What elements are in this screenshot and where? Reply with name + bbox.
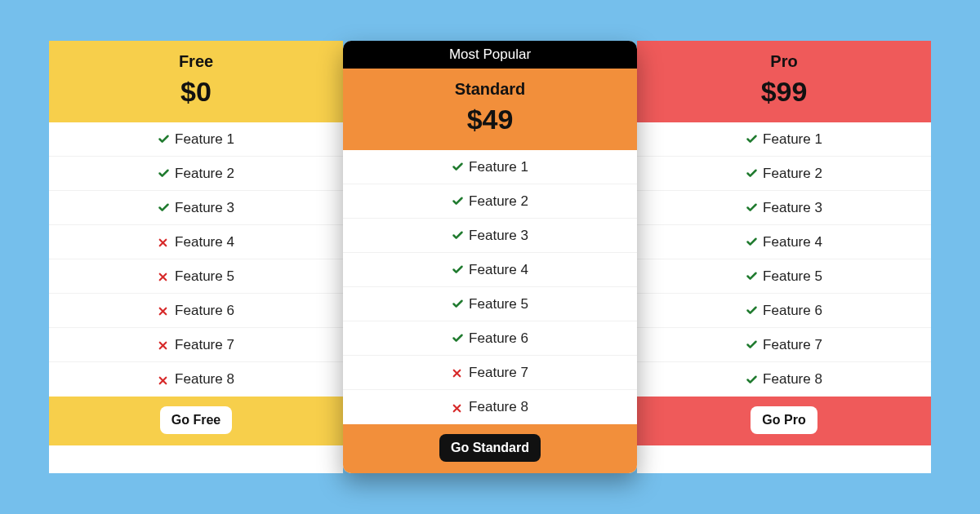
feature-label: Feature 1	[469, 159, 528, 175]
cross-icon	[158, 270, 170, 282]
feature-label: Feature 1	[763, 131, 822, 148]
check-icon	[452, 332, 464, 344]
feature-row: Feature 5	[49, 259, 343, 294]
pricing-plan-pro: Pro $99 Feature 1 Feature 2 Feature 3 Fe…	[637, 41, 931, 473]
feature-row: Feature 1	[49, 122, 343, 157]
plan-price: $0	[49, 76, 343, 108]
pricing-plan-standard: Most Popular Standard $49 Feature 1 Feat…	[343, 41, 637, 473]
feature-row: Feature 6	[343, 321, 637, 356]
feature-row: Feature 7	[49, 328, 343, 362]
check-icon	[452, 161, 464, 173]
most-popular-ribbon: Most Popular	[343, 41, 637, 69]
feature-list: Feature 1 Feature 2 Feature 3 Feature 4 …	[637, 122, 931, 397]
check-icon	[452, 229, 464, 241]
feature-label: Feature 4	[175, 234, 234, 250]
feature-row: Feature 2	[637, 157, 931, 191]
feature-row: Feature 1	[343, 150, 637, 184]
pricing-table: Free $0 Feature 1 Feature 2 Feature 3 Fe…	[49, 41, 931, 473]
feature-row: Feature 8	[637, 362, 931, 397]
feature-label: Feature 3	[175, 200, 234, 216]
feature-row: Feature 7	[637, 328, 931, 362]
check-icon	[746, 133, 758, 145]
feature-row: Feature 6	[637, 294, 931, 328]
feature-row: Feature 4	[637, 225, 931, 259]
feature-row: Feature 3	[637, 191, 931, 225]
check-icon	[746, 202, 758, 214]
pricing-plan-free: Free $0 Feature 1 Feature 2 Feature 3 Fe…	[49, 41, 343, 473]
cross-icon	[158, 339, 170, 351]
feature-label: Feature 6	[763, 303, 822, 319]
check-icon	[452, 298, 464, 310]
cross-icon	[452, 366, 464, 379]
feature-label: Feature 4	[469, 262, 528, 278]
feature-label: Feature 6	[469, 330, 528, 347]
feature-label: Feature 3	[469, 228, 528, 244]
feature-label: Feature 7	[469, 365, 528, 381]
plan-footer: Go Free	[49, 397, 343, 445]
feature-row: Feature 2	[343, 184, 637, 219]
feature-list: Feature 1 Feature 2 Feature 3 Feature 4 …	[343, 150, 637, 424]
feature-list: Feature 1 Feature 2 Feature 3 Feature 4 …	[49, 122, 343, 397]
feature-row: Feature 1	[637, 122, 931, 157]
feature-row: Feature 5	[343, 287, 637, 321]
check-icon	[746, 270, 758, 282]
plan-name: Pro	[637, 52, 931, 71]
check-icon	[746, 339, 758, 351]
feature-row: Feature 6	[49, 294, 343, 328]
feature-label: Feature 8	[175, 371, 234, 388]
feature-label: Feature 4	[763, 234, 822, 250]
check-icon	[746, 374, 758, 386]
feature-row: Feature 4	[343, 253, 637, 287]
feature-row: Feature 8	[343, 390, 637, 424]
feature-label: Feature 2	[763, 166, 822, 182]
check-icon	[158, 133, 170, 145]
feature-label: Feature 1	[175, 131, 234, 148]
feature-label: Feature 5	[763, 268, 822, 285]
feature-label: Feature 5	[469, 296, 528, 312]
feature-label: Feature 7	[175, 337, 234, 353]
check-icon	[452, 195, 464, 207]
feature-row: Feature 3	[49, 191, 343, 225]
feature-label: Feature 8	[763, 371, 822, 388]
cross-icon	[158, 236, 170, 248]
cross-icon	[452, 401, 464, 414]
go-standard-button[interactable]: Go Standard	[439, 434, 541, 462]
go-free-button[interactable]: Go Free	[160, 406, 232, 434]
cross-icon	[158, 374, 170, 386]
feature-row: Feature 4	[49, 225, 343, 259]
check-icon	[158, 167, 170, 179]
feature-row: Feature 7	[343, 356, 637, 390]
check-icon	[452, 264, 464, 276]
plan-header: Pro $99	[637, 41, 931, 122]
feature-row: Feature 2	[49, 157, 343, 191]
plan-footer: Go Pro	[637, 397, 931, 445]
feature-row: Feature 5	[637, 259, 931, 294]
check-icon	[158, 202, 170, 214]
plan-price: $49	[343, 104, 637, 135]
feature-label: Feature 6	[175, 303, 234, 319]
feature-label: Feature 7	[763, 337, 822, 353]
check-icon	[746, 236, 758, 248]
plan-footer: Go Standard	[343, 424, 637, 473]
feature-label: Feature 3	[763, 200, 822, 216]
feature-row: Feature 8	[49, 362, 343, 397]
cross-icon	[158, 304, 170, 317]
go-pro-button[interactable]: Go Pro	[751, 406, 817, 434]
plan-name: Free	[49, 52, 343, 71]
feature-label: Feature 2	[469, 193, 528, 210]
feature-label: Feature 2	[175, 166, 234, 182]
plan-price: $99	[637, 76, 931, 108]
feature-label: Feature 8	[469, 399, 528, 415]
check-icon	[746, 304, 758, 317]
feature-label: Feature 5	[175, 268, 234, 285]
plan-name: Standard	[343, 80, 637, 99]
plan-header: Standard $49	[343, 69, 637, 150]
check-icon	[746, 167, 758, 179]
plan-header: Free $0	[49, 41, 343, 122]
feature-row: Feature 3	[343, 219, 637, 253]
